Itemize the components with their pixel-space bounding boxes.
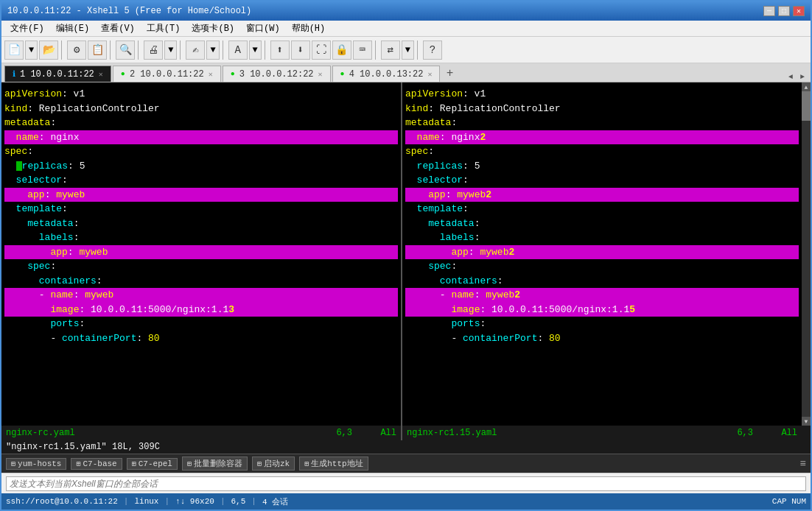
tab-add-button[interactable]: + bbox=[441, 66, 458, 82]
right-line-1: apiVersion: v1 bbox=[405, 87, 799, 102]
toolbar-lock[interactable]: 🔒 bbox=[332, 40, 351, 60]
tab-1-close[interactable]: ✕ bbox=[99, 70, 103, 79]
session-batch-delete[interactable]: ⊞ 批量删除容器 bbox=[182, 457, 248, 471]
left-line-1: apiVersion: v1 bbox=[4, 87, 398, 102]
status-sep2: | bbox=[164, 497, 169, 506]
broadcast-input[interactable] bbox=[6, 476, 806, 491]
right-line-6: replicas: 5 bbox=[405, 159, 799, 174]
toolbar-download[interactable]: ⬇ bbox=[291, 40, 310, 60]
right-line-15: - name: myweb2 bbox=[405, 288, 799, 303]
status-sep3: | bbox=[220, 497, 225, 506]
menu-file[interactable]: 文件(F) bbox=[4, 21, 50, 36]
minimize-button[interactable]: ─ bbox=[763, 6, 775, 16]
left-line-5: spec: bbox=[4, 144, 398, 159]
tab-4[interactable]: ● 4 10.0.0.13:22 ✕ bbox=[332, 66, 441, 82]
toolbar-sep8 bbox=[417, 40, 420, 60]
left-line-14: containers: bbox=[4, 274, 398, 289]
tab-2[interactable]: ● 2 10.0.0.11:22 ✕ bbox=[113, 66, 221, 82]
toolbar-sep4 bbox=[180, 40, 183, 60]
left-line-15: - name: myweb bbox=[4, 288, 398, 303]
session-menu-button[interactable]: ≡ bbox=[800, 458, 806, 470]
toolbar-transfer[interactable]: ⇄ bbox=[381, 40, 400, 60]
toolbar-help[interactable]: ? bbox=[423, 40, 442, 60]
terminal-scrollbar[interactable]: ▲ ▼ bbox=[802, 82, 811, 426]
right-position: 6,3 bbox=[737, 428, 753, 438]
toolbar-open[interactable]: 📂 bbox=[39, 40, 58, 60]
session-icon-1: ⊞ bbox=[11, 459, 15, 468]
toolbar-find[interactable]: 🔍 bbox=[116, 40, 135, 60]
close-button[interactable]: ✕ bbox=[793, 6, 805, 16]
toolbar-fullscreen[interactable]: ⛶ bbox=[312, 40, 331, 60]
tab-2-close[interactable]: ✕ bbox=[209, 70, 213, 79]
right-line-18: - containerPort: 80 bbox=[405, 331, 799, 346]
toolbar-upload[interactable]: ⬆ bbox=[270, 40, 290, 60]
right-line-10: metadata: bbox=[405, 216, 799, 231]
toolbar-font-dropdown[interactable]: ▼ bbox=[249, 40, 262, 60]
toolbar-compose[interactable]: ✍ bbox=[186, 40, 205, 60]
right-line-13: spec: bbox=[405, 259, 799, 274]
scrollbar-thumb[interactable] bbox=[802, 91, 811, 121]
session-icon-4: ⊞ bbox=[187, 459, 192, 468]
session-c7-base[interactable]: ⊞ C7-base bbox=[71, 458, 122, 470]
toolbar-sep2 bbox=[110, 40, 113, 60]
left-line-17: ports: bbox=[4, 317, 398, 331]
left-filename: nginx-rc.yaml bbox=[6, 428, 75, 438]
right-line-16: image: 10.0.0.11:5000/nginx:1.15 bbox=[405, 303, 799, 317]
toolbar-compose-dropdown[interactable]: ▼ bbox=[206, 40, 219, 60]
toolbar-properties[interactable]: ⚙ bbox=[67, 40, 86, 60]
maximize-button[interactable]: □ bbox=[778, 6, 790, 16]
vim-status-row: nginx-rc.yaml 6,3 All nginx-rc1.15.yaml … bbox=[1, 426, 811, 440]
tab-3[interactable]: ● 3 10.0.0.12:22 ✕ bbox=[223, 66, 331, 82]
session-label-4: 批量删除容器 bbox=[194, 458, 242, 469]
menu-tab[interactable]: 选项卡(B) bbox=[186, 21, 240, 36]
toolbar-copy[interactable]: 📋 bbox=[88, 40, 107, 60]
menu-edit[interactable]: 编辑(E) bbox=[50, 21, 96, 36]
status-scrollbar-gap bbox=[802, 426, 811, 440]
input-bar bbox=[1, 473, 811, 493]
tab-1[interactable]: ℹ 1 10.0.0.11:22 ✕ bbox=[4, 66, 111, 82]
menu-help[interactable]: 帮助(H) bbox=[286, 21, 332, 36]
toolbar-new[interactable]: 📄 bbox=[4, 40, 24, 60]
tab-1-label: 1 10.0.0.11:22 bbox=[20, 69, 94, 80]
terminal-wrapper: apiVersion: v1 kind: ReplicationControll… bbox=[1, 82, 811, 426]
left-line-13: spec: bbox=[4, 259, 398, 274]
status-sep4: | bbox=[251, 497, 256, 506]
menu-view[interactable]: 查看(V) bbox=[95, 21, 141, 36]
tab-arrows: ◄ ► bbox=[785, 71, 811, 82]
left-line-18: - containerPort: 80 bbox=[4, 331, 398, 346]
menu-tools[interactable]: 工具(T) bbox=[141, 21, 186, 36]
title-text: 10.0.0.11:22 - Xshell 5 (Free for Home/S… bbox=[7, 6, 251, 16]
toolbar-sep1 bbox=[61, 40, 64, 60]
toolbar-keyboard[interactable]: ⌨ bbox=[353, 40, 372, 60]
main-area: apiVersion: v1 kind: ReplicationControll… bbox=[1, 82, 811, 510]
title-buttons: ─ □ ✕ bbox=[763, 6, 805, 16]
toolbar-font[interactable]: A bbox=[228, 40, 248, 60]
session-c7-epel[interactable]: ⊞ C7-epel bbox=[127, 458, 178, 470]
session-start-zk[interactable]: ⊞ 启动zk bbox=[252, 457, 295, 471]
toolbar-new-dropdown[interactable]: ▼ bbox=[25, 40, 38, 60]
menu-window[interactable]: 窗口(W) bbox=[240, 21, 286, 36]
toolbar-print[interactable]: 🖨 bbox=[144, 40, 163, 60]
left-line-4: name: nginx bbox=[4, 130, 398, 145]
scrollbar-down[interactable]: ▼ bbox=[802, 417, 811, 426]
session-icon-3: ⊞ bbox=[132, 459, 136, 468]
right-line-14: containers: bbox=[405, 274, 799, 289]
session-label-2: C7-base bbox=[83, 459, 116, 468]
scrollbar-track[interactable] bbox=[802, 91, 811, 417]
session-yum-hosts[interactable]: ⊞ yum-hosts bbox=[6, 458, 66, 470]
tab-4-close[interactable]: ✕ bbox=[427, 70, 432, 79]
right-line-5: spec: bbox=[405, 144, 799, 159]
right-terminal-pane[interactable]: apiVersion: v1 kind: ReplicationControll… bbox=[402, 82, 802, 426]
left-terminal-pane[interactable]: apiVersion: v1 kind: ReplicationControll… bbox=[1, 82, 402, 426]
toolbar-transfer-dropdown[interactable]: ▼ bbox=[402, 40, 414, 60]
session-label-6: 生成http地址 bbox=[311, 458, 363, 469]
scrollbar-up[interactable]: ▲ bbox=[802, 82, 811, 91]
right-line-2: kind: ReplicationController bbox=[405, 102, 799, 116]
tab-prev-arrow[interactable]: ◄ bbox=[785, 71, 796, 82]
session-gen-http[interactable]: ⊞ 生成http地址 bbox=[299, 457, 368, 471]
toolbar-print-dropdown[interactable]: ▼ bbox=[164, 40, 177, 60]
session-icon-2: ⊞ bbox=[76, 459, 80, 468]
session-label-5: 启动zk bbox=[264, 458, 290, 469]
tab-3-close[interactable]: ✕ bbox=[318, 70, 323, 79]
tab-next-arrow[interactable]: ► bbox=[797, 71, 808, 82]
